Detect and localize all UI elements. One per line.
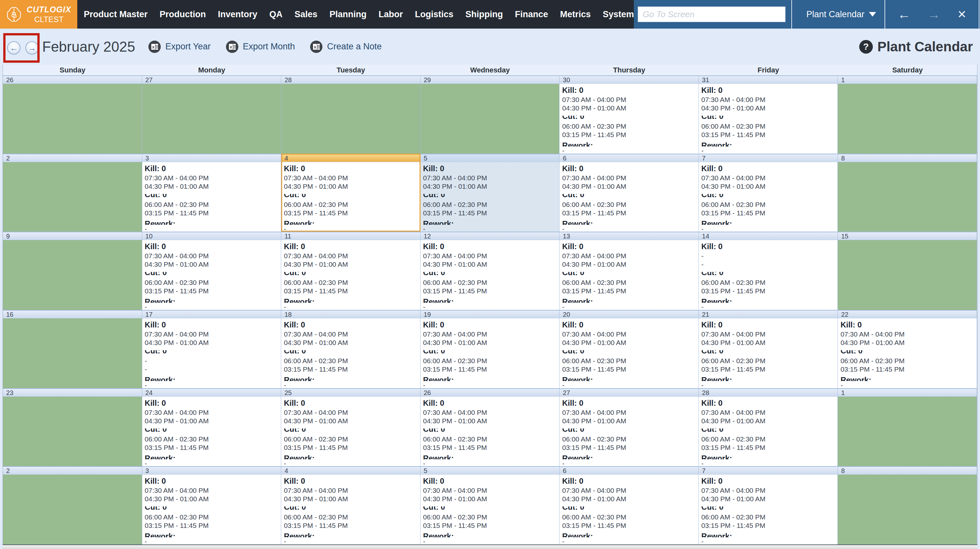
- help-icon[interactable]: ?: [859, 40, 873, 54]
- day-header-strip: 24: [142, 388, 281, 397]
- calendar-day-cell[interactable]: 28: [281, 75, 420, 154]
- calendar-day-cell[interactable]: 5Kill: 007:30 AM - 04:00 PM04:30 PM - 01…: [420, 154, 560, 232]
- cut-section-label: Cut: 0: [284, 194, 418, 200]
- calendar-day-cell[interactable]: 9: [3, 231, 142, 310]
- calendar-day-cell[interactable]: 5Kill: 007:30 AM - 04:00 PM04:30 PM - 01…: [420, 466, 560, 544]
- go-to-screen-input[interactable]: [638, 6, 786, 22]
- calendar-day-cell[interactable]: 16: [3, 310, 142, 388]
- calendar-day-cell[interactable]: 2: [3, 154, 142, 232]
- next-month-button[interactable]: →: [25, 41, 39, 54]
- rework-label-text: Rework:: [562, 297, 593, 303]
- export-month-button[interactable]: x Export Month: [226, 40, 295, 53]
- kill-shift-time: 07:30 AM - 04:00 PM: [284, 409, 418, 417]
- day-body: Kill: 007:30 AM - 04:00 PM04:30 PM - 01:…: [142, 399, 281, 466]
- calendar-day-cell[interactable]: 7Kill: 007:30 AM - 04:00 PM04:30 PM - 01…: [699, 154, 838, 232]
- calendar-day-cell[interactable]: 7Kill: 007:30 AM - 04:00 PM04:30 PM - 01…: [699, 466, 838, 544]
- cut-shift-time: 03:15 PM - 11:45 PM: [840, 365, 975, 373]
- calendar-day-cell[interactable]: 20Kill: 007:30 AM - 04:00 PM04:30 PM - 0…: [560, 310, 699, 388]
- rework-label-text: Rework:: [423, 375, 454, 381]
- calendar-day-cell[interactable]: 26: [3, 75, 142, 154]
- rework-value: -: [840, 381, 975, 388]
- brand-name: CUTLOGIX: [27, 5, 71, 14]
- calendar-day-cell[interactable]: 8: [838, 466, 977, 544]
- calendar-day-cell[interactable]: 3Kill: 007:30 AM - 04:00 PM04:30 PM - 01…: [142, 154, 282, 232]
- rework-section-label: Rework:: [702, 454, 836, 460]
- calendar-day-cell[interactable]: 10Kill: 007:30 AM - 04:00 PM04:30 PM - 0…: [142, 231, 282, 310]
- calendar-day-cell[interactable]: 24Kill: 007:30 AM - 04:00 PM04:30 PM - 0…: [142, 388, 282, 466]
- calendar-day-cell[interactable]: 15: [838, 231, 977, 310]
- calendar-day-cell[interactable]: 19Kill: 007:30 AM - 04:00 PM04:30 PM - 0…: [420, 310, 560, 388]
- calendar-day-cell[interactable]: 3Kill: 007:30 AM - 04:00 PM04:30 PM - 01…: [142, 466, 282, 544]
- history-forward-icon[interactable]: →: [928, 8, 940, 21]
- calendar-day-cell[interactable]: 13Kill: 007:30 AM - 04:00 PM04:30 PM - 0…: [560, 231, 699, 310]
- calendar-day-cell[interactable]: 25Kill: 007:30 AM - 04:00 PM04:30 PM - 0…: [281, 388, 420, 466]
- calendar-day-cell[interactable]: 12Kill: 007:30 AM - 04:00 PM04:30 PM - 0…: [420, 231, 560, 310]
- calendar-day-cell[interactable]: 29: [420, 75, 560, 154]
- calendar-day-cell[interactable]: 17Kill: 007:30 AM - 04:00 PM04:30 PM - 0…: [142, 310, 282, 388]
- day-body: Kill: 007:30 AM - 04:00 PM04:30 PM - 01:…: [142, 242, 281, 310]
- cut-section-label: Cut: 0: [284, 272, 418, 278]
- previous-month-button[interactable]: ←: [7, 41, 21, 54]
- menu-item-sales[interactable]: Sales: [294, 10, 318, 19]
- history-back-icon[interactable]: ←: [897, 8, 910, 21]
- menu-item-system[interactable]: System: [603, 10, 634, 19]
- rework-value: -: [702, 381, 836, 388]
- calendar-day-cell[interactable]: 8: [838, 154, 977, 232]
- calendar-day-cell[interactable]: 31Kill: 007:30 AM - 04:00 PM04:30 PM - 0…: [699, 75, 838, 154]
- day-header-strip: 27: [142, 75, 281, 84]
- cut-section-label: Cut: 0: [145, 506, 279, 513]
- kill-shift-time: 04:30 PM - 01:00 AM: [702, 338, 836, 347]
- screen-selector-dropdown[interactable]: Plant Calendar: [798, 10, 885, 19]
- calendar-day-cell[interactable]: 11Kill: 007:30 AM - 04:00 PM04:30 PM - 0…: [281, 231, 420, 310]
- day-body: Kill: 007:30 AM - 04:00 PM04:30 PM - 01:…: [420, 242, 560, 310]
- menu-item-metrics[interactable]: Metrics: [560, 10, 591, 19]
- calendar-day-cell[interactable]: 1: [838, 388, 977, 466]
- calendar-day-cell[interactable]: 21Kill: 007:30 AM - 04:00 PM04:30 PM - 0…: [699, 310, 838, 388]
- calendar-day-cell[interactable]: 30Kill: 007:30 AM - 04:00 PM04:30 PM - 0…: [560, 75, 699, 154]
- cut-label-text: Cut: 0: [562, 428, 697, 434]
- cut-shift-time: 03:15 PM - 11:45 PM: [702, 444, 836, 452]
- export-year-button[interactable]: x Export Year: [148, 40, 211, 53]
- cut-section-label: Cut: 0: [562, 272, 697, 278]
- rework-value: -: [562, 225, 697, 232]
- menu-item-planning[interactable]: Planning: [329, 10, 367, 19]
- menu-item-product-master[interactable]: Product Master: [84, 10, 148, 19]
- cut-label-text: Cut: 0: [145, 194, 279, 199]
- calendar-day-cell[interactable]: 18Kill: 007:30 AM - 04:00 PM04:30 PM - 0…: [281, 310, 420, 388]
- calendar-day-cell[interactable]: 27Kill: 007:30 AM - 04:00 PM04:30 PM - 0…: [560, 388, 699, 466]
- calendar-day-cell[interactable]: 14Kill: 0--Cut: 006:00 AM - 02:30 PM03:1…: [699, 231, 838, 310]
- calendar-day-cell[interactable]: 1: [838, 75, 977, 154]
- calendar-day-cell[interactable]: 26Kill: 007:30 AM - 04:00 PM04:30 PM - 0…: [420, 388, 560, 466]
- menu-item-production[interactable]: Production: [160, 10, 206, 19]
- menu-item-finance[interactable]: Finance: [515, 10, 548, 19]
- calendar-day-cell[interactable]: 4Kill: 007:30 AM - 04:00 PM04:30 PM - 01…: [281, 154, 420, 232]
- horizontal-scrollbar[interactable]: [3, 544, 977, 549]
- rework-section-label: Rework:: [423, 219, 558, 225]
- calendar-day-cell[interactable]: 28Kill: 007:30 AM - 04:00 PM04:30 PM - 0…: [699, 388, 838, 466]
- calendar-day-cell[interactable]: 4Kill: 007:30 AM - 04:00 PM04:30 PM - 01…: [281, 466, 420, 544]
- day-header-strip: 26: [420, 388, 560, 397]
- calendar-grid: 2627282930Kill: 007:30 AM - 04:00 PM04:3…: [3, 75, 977, 544]
- day-header-strip: 16: [3, 310, 142, 318]
- cut-shift-time: 03:15 PM - 11:45 PM: [284, 287, 418, 295]
- calendar-day-cell[interactable]: 27: [142, 75, 282, 154]
- day-number: 12: [424, 233, 431, 240]
- day-number: 31: [702, 77, 709, 83]
- rework-label-text: Rework:: [284, 375, 315, 381]
- kill-shift-time: 07:30 AM - 04:00 PM: [840, 330, 975, 338]
- calendar-day-cell[interactable]: 23: [3, 388, 142, 466]
- menu-item-shipping[interactable]: Shipping: [465, 10, 503, 19]
- calendar-day-cell[interactable]: 6Kill: 007:30 AM - 04:00 PM04:30 PM - 01…: [560, 154, 699, 232]
- kill-shift-time: 07:30 AM - 04:00 PM: [562, 174, 697, 182]
- create-note-button[interactable]: x Create a Note: [310, 40, 382, 53]
- menu-item-inventory[interactable]: Inventory: [218, 10, 258, 19]
- menu-item-logistics[interactable]: Logistics: [415, 10, 453, 19]
- day-header-strip: 3: [142, 466, 281, 475]
- kill-shift-time: -: [702, 260, 836, 269]
- close-icon[interactable]: ✕: [957, 9, 967, 20]
- calendar-day-cell[interactable]: 22Kill: 007:30 AM - 04:00 PM04:30 PM - 0…: [838, 310, 977, 388]
- menu-item-qa[interactable]: QA: [269, 10, 283, 19]
- menu-item-labor[interactable]: Labor: [379, 10, 403, 19]
- calendar-day-cell[interactable]: 6Kill: 007:30 AM - 04:00 PM04:30 PM - 01…: [560, 466, 699, 544]
- calendar-day-cell[interactable]: 2: [3, 466, 142, 544]
